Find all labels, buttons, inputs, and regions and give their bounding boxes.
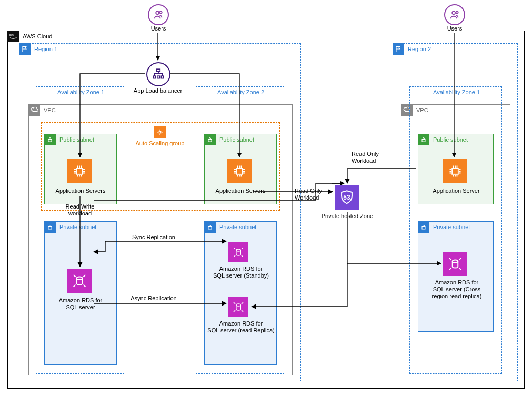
svg-rect-12 — [208, 140, 212, 142]
svg-point-22 — [453, 260, 458, 263]
private-subnet-label: Private subnet — [219, 224, 256, 230]
aws-logo-badge: aws — [7, 31, 19, 42]
rds-read-replica-label: Amazon RDS forSQL server (read Replica) — [204, 320, 278, 334]
private-subnet-label: Private subnet — [59, 224, 96, 230]
aws-cloud-label: AWS Cloud — [23, 33, 52, 40]
svg-rect-5 — [157, 69, 160, 71]
svg-point-17 — [77, 277, 83, 280]
svg-text:aws: aws — [9, 34, 14, 36]
private-subnet-label: Private subnet — [433, 224, 470, 230]
public-subnet-label: Public subnet — [219, 136, 254, 143]
diagram-canvas: Users Users aws AWS Cloud Region 1 Regio… — [0, 0, 532, 394]
svg-point-2 — [452, 11, 455, 14]
svg-rect-15 — [452, 168, 458, 174]
svg-rect-11 — [76, 168, 83, 174]
lock-icon — [418, 134, 429, 145]
sync-replication-label: Sync Replication — [127, 234, 180, 241]
svg-rect-14 — [422, 140, 425, 142]
az1-r2-label: Availability Zone 1 — [433, 89, 480, 95]
svg-rect-7 — [157, 76, 159, 78]
ro-workload-label-2: Read Only Workload — [352, 151, 389, 164]
lock-icon — [44, 134, 56, 145]
svg-rect-10 — [48, 140, 52, 142]
az2-label: Availability Zone 2 — [217, 89, 264, 95]
app-servers-label-l1: Application Servers — [52, 188, 109, 194]
public-subnet-label: Public subnet — [433, 136, 468, 143]
route53-icon: 53 — [335, 185, 359, 210]
svg-point-1 — [159, 11, 162, 13]
az1-label: Availability Zone 1 — [57, 89, 104, 95]
users-icon-r2 — [444, 4, 465, 25]
ro-workload-label-1: Read Only Workload — [295, 188, 333, 201]
elb-label: App Load balancer — [132, 87, 184, 94]
svg-rect-8 — [161, 76, 163, 78]
private-subnet-l1: Private subnet — [44, 221, 117, 365]
region2-badge — [393, 43, 404, 55]
svg-rect-16 — [48, 227, 52, 230]
async-replication-label: Async Replication — [127, 295, 180, 302]
app-server-label-r: Application Server — [428, 188, 484, 194]
route53-label: Private hosted Zone — [318, 213, 377, 220]
svg-point-0 — [156, 11, 159, 14]
svg-rect-9 — [159, 131, 161, 133]
elb-icon — [146, 62, 170, 86]
users-icon — [148, 4, 169, 25]
lock-icon — [44, 221, 56, 233]
asg-label: Auto Scaling group — [135, 140, 185, 147]
rds-standby-icon — [228, 242, 248, 262]
rds-standby-label: Amazon RDS forSQL server (Standby) — [209, 265, 273, 279]
ec2-icon — [443, 159, 467, 183]
rds-read-replica-icon — [228, 297, 248, 317]
rds-cross-region-label: Amazon RDS forSQL server (Crossregion re… — [425, 279, 488, 300]
svg-point-20 — [236, 304, 240, 306]
lock-icon — [204, 134, 216, 145]
svg-rect-13 — [236, 168, 243, 174]
svg-rect-21 — [422, 227, 425, 230]
svg-rect-6 — [153, 76, 155, 78]
rds-primary-label: Amazon RDS forSQL server — [53, 297, 108, 311]
lock-icon — [418, 221, 429, 233]
rds-icon — [67, 269, 92, 293]
rds-cross-region-icon — [443, 252, 467, 276]
svg-point-19 — [236, 249, 240, 251]
region1-label: Region 1 — [34, 46, 57, 52]
svg-point-3 — [456, 11, 458, 13]
private-subnet-r: Private subnet — [418, 221, 494, 332]
region2-label: Region 2 — [408, 46, 431, 52]
public-subnet-label: Public subnet — [59, 136, 94, 143]
app-servers-label-l2: Application Servers — [212, 188, 269, 194]
svg-rect-18 — [208, 227, 212, 230]
rw-workload-label: Read Write workload — [59, 203, 101, 217]
asg-icon — [154, 126, 166, 138]
ec2-icon — [227, 159, 252, 183]
region1-badge — [19, 43, 31, 55]
lock-icon — [204, 221, 216, 233]
ec2-icon — [67, 159, 92, 183]
